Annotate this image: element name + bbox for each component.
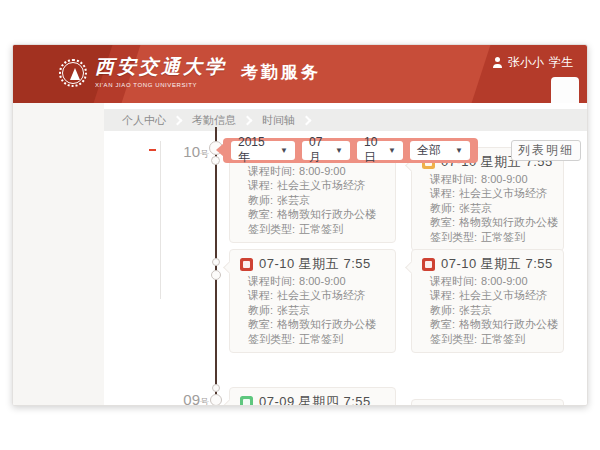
university-title: 西安交通大学 XI'AN JIAO TONG UNIVERSITY bbox=[95, 54, 227, 88]
app-title: 考勤服务 bbox=[241, 61, 321, 84]
user-name: 张小小 bbox=[508, 54, 544, 71]
caret-down-icon: ▼ bbox=[388, 146, 396, 155]
card-detail-row: 教师:张芸京 bbox=[240, 193, 385, 207]
sidebar-item[interactable] bbox=[13, 133, 104, 147]
breadcrumb: 个人中心 考勤信息 时间轴 bbox=[104, 109, 587, 131]
card-detail-row: 教师:张芸京 bbox=[422, 303, 553, 317]
detail-value: 正常签到 bbox=[299, 223, 343, 235]
card-detail-row: 教师:张芸京 bbox=[422, 201, 553, 215]
list-detail-button[interactable]: 列表明细 bbox=[511, 140, 581, 161]
user-info[interactable]: 张小小 学生 bbox=[492, 54, 573, 71]
sidebar-item[interactable] bbox=[13, 147, 104, 161]
detail-value: 社会主义市场经济 bbox=[459, 289, 547, 301]
card-detail-row: 教室:格物致知行政办公楼 bbox=[422, 317, 553, 331]
app-window: 西安交通大学 XI'AN JIAO TONG UNIVERSITY 考勤服务 张… bbox=[12, 44, 588, 406]
detail-value: 8:00-9:00 bbox=[481, 275, 527, 287]
card-header: 07-10 星期五 7:55 bbox=[422, 254, 553, 274]
card-detail-row: 签到类型:正常签到 bbox=[240, 222, 385, 236]
scale-divider-line bbox=[160, 141, 161, 299]
card-detail-row: 课程时间:8:00-9:00 bbox=[240, 274, 385, 288]
detail-label: 教室: bbox=[248, 208, 273, 220]
main-nav bbox=[467, 77, 579, 103]
detail-value: 正常签到 bbox=[481, 231, 525, 243]
sidebar bbox=[13, 103, 104, 406]
timeline-scale-item[interactable] bbox=[109, 141, 156, 159]
card-detail-row: 签到类型:正常签到 bbox=[422, 332, 553, 346]
detail-label: 签到类型: bbox=[248, 333, 295, 345]
card-details: 课程时间:8:00-9:00 课程:社会主义市场经济 教师:张芸京 教室:格物致… bbox=[422, 172, 553, 244]
year-select[interactable]: 2015年 ▼ bbox=[231, 141, 295, 160]
detail-label: 教师: bbox=[430, 304, 455, 316]
detail-label: 教师: bbox=[248, 304, 273, 316]
chevron-right-icon bbox=[243, 115, 253, 125]
day-select[interactable]: 10日 ▼ bbox=[357, 141, 403, 160]
card-details: 课程时间:8:00-9:00 课程:社会主义市场经济 教师:张芸京 教室:格物致… bbox=[240, 274, 385, 346]
detail-value: 格物致知行政办公楼 bbox=[459, 318, 558, 330]
timeline-node bbox=[212, 384, 220, 392]
attendance-card[interactable]: 07-10 星期五 7:55 课程时间:8:00-9:00 课程:社会主义市场经… bbox=[411, 249, 564, 353]
user-icon bbox=[492, 57, 503, 68]
card-detail-row: 课程时间:8:00-9:00 bbox=[422, 274, 553, 288]
detail-label: 签到类型: bbox=[248, 223, 295, 235]
detail-value: 社会主义市场经济 bbox=[277, 179, 365, 191]
university-name-cn: 西安交通大学 bbox=[95, 54, 227, 80]
detail-label: 课程时间: bbox=[430, 275, 477, 287]
content-area: 个人中心 考勤信息 时间轴 bbox=[13, 103, 587, 406]
timeline-node bbox=[210, 394, 222, 406]
breadcrumb-item[interactable]: 时间轴 bbox=[258, 109, 299, 131]
detail-label: 教师: bbox=[430, 202, 455, 214]
attendance-card[interactable]: 07-10 星期五 7:55 课程时间:8:00-9:00 课程:社会主义市场经… bbox=[229, 157, 396, 243]
month-value: 07月 bbox=[309, 135, 327, 166]
user-role: 学生 bbox=[549, 54, 573, 71]
sidebar-item[interactable] bbox=[13, 175, 104, 189]
detail-label: 签到类型: bbox=[430, 333, 477, 345]
month-select[interactable]: 07月 ▼ bbox=[302, 141, 350, 160]
card-detail-row: 教室:格物致知行政办公楼 bbox=[240, 207, 385, 221]
page-background: 西安交通大学 XI'AN JIAO TONG UNIVERSITY 考勤服务 张… bbox=[0, 0, 600, 450]
detail-value: 格物致知行政办公楼 bbox=[459, 216, 558, 228]
detail-value: 张芸京 bbox=[459, 304, 492, 316]
detail-label: 教室: bbox=[430, 318, 455, 330]
detail-value: 正常签到 bbox=[481, 333, 525, 345]
nav-tab[interactable] bbox=[467, 77, 495, 103]
card-detail-row: 签到类型:正常签到 bbox=[422, 230, 553, 244]
timeline-axis bbox=[215, 127, 217, 406]
detail-label: 课程: bbox=[430, 187, 455, 199]
attendance-status-icon bbox=[240, 258, 253, 271]
type-select[interactable]: 全部 ▼ bbox=[410, 141, 470, 160]
card-detail-row: 课程时间:8:00-9:00 bbox=[422, 172, 553, 186]
card-date: 07-10 星期五 7:55 bbox=[441, 255, 553, 273]
nav-tab[interactable] bbox=[495, 77, 523, 103]
card-detail-row: 课程:社会主义市场经济 bbox=[422, 186, 553, 200]
card-date: 07-09 星期四 7:55 bbox=[259, 393, 371, 406]
sidebar-item[interactable] bbox=[13, 161, 104, 175]
day-value: 10日 bbox=[364, 135, 380, 166]
detail-label: 课程时间: bbox=[430, 173, 477, 185]
card-detail-row: 课程:社会主义市场经济 bbox=[240, 288, 385, 302]
attendance-card[interactable] bbox=[411, 399, 564, 406]
detail-label: 教室: bbox=[430, 216, 455, 228]
caret-down-icon: ▼ bbox=[280, 146, 288, 155]
breadcrumb-item[interactable]: 考勤信息 bbox=[188, 109, 240, 131]
timeline-node bbox=[212, 258, 220, 266]
detail-label: 课程时间: bbox=[248, 165, 295, 177]
breadcrumb-item[interactable]: 个人中心 bbox=[118, 109, 170, 131]
card-details: 课程时间:8:00-9:00 课程:社会主义市场经济 教师:张芸京 教室:格物致… bbox=[422, 274, 553, 346]
timeline-node bbox=[211, 270, 221, 280]
university-name-en: XI'AN JIAO TONG UNIVERSITY bbox=[95, 82, 227, 88]
nav-tab[interactable] bbox=[551, 77, 579, 103]
attendance-card[interactable]: 07-09 星期四 7:55 课程时间:8:00-9:00 课程:社会主义市场经… bbox=[229, 387, 396, 406]
detail-value: 张芸京 bbox=[277, 194, 310, 206]
detail-label: 课程时间: bbox=[248, 275, 295, 287]
attendance-status-icon bbox=[422, 258, 435, 271]
sidebar-item[interactable] bbox=[13, 119, 104, 133]
day-marker-10: 10号 bbox=[177, 143, 209, 161]
nav-tab[interactable] bbox=[523, 77, 551, 103]
card-header: 07-09 星期四 7:55 bbox=[240, 392, 385, 406]
card-detail-row: 签到类型:正常签到 bbox=[240, 332, 385, 346]
detail-label: 课程: bbox=[248, 179, 273, 191]
day-marker-09: 09号 bbox=[177, 391, 209, 406]
attendance-card[interactable]: 07-10 星期五 7:55 课程时间:8:00-9:00 课程:社会主义市场经… bbox=[229, 249, 396, 353]
detail-value: 格物致知行政办公楼 bbox=[277, 318, 376, 330]
detail-value: 格物致知行政办公楼 bbox=[277, 208, 376, 220]
